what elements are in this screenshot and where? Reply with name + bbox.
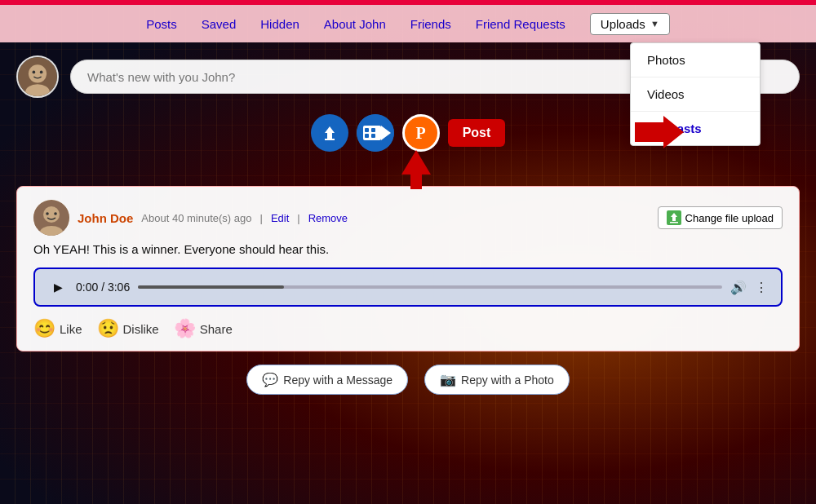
svg-point-20 <box>54 212 57 215</box>
nav-posts[interactable]: Posts <box>146 17 177 31</box>
svg-point-5 <box>40 71 43 74</box>
change-upload-label: Change file upload <box>685 212 774 224</box>
navigation: Posts Saved Hidden About John Friends Fr… <box>0 5 816 42</box>
svg-point-17 <box>43 206 60 223</box>
post-timestamp: About 40 minute(s) ago <box>141 212 251 224</box>
upload-podcast-button[interactable]: P <box>402 114 440 152</box>
audio-progress-bar[interactable] <box>138 285 722 289</box>
right-arrow-icon <box>635 116 684 148</box>
reply-message-icon: 💬 <box>262 372 278 387</box>
reply-message-label: Repy with a Message <box>283 374 392 387</box>
play-button[interactable]: ▶ <box>48 277 68 297</box>
dropdown-photos[interactable]: Photos <box>631 43 760 77</box>
svg-rect-14 <box>365 134 369 138</box>
like-label: Like <box>60 322 82 336</box>
reply-message-button[interactable]: 💬 Repy with a Message <box>246 365 408 395</box>
nav-hidden[interactable]: Hidden <box>260 17 299 31</box>
svg-rect-12 <box>365 128 369 132</box>
upload-icon <box>319 122 340 144</box>
reply-photo-button[interactable]: 📷 Repy with a Photo <box>424 365 570 395</box>
svg-rect-15 <box>371 134 375 138</box>
upload-video-button[interactable] <box>357 114 394 152</box>
arrow-podcasts <box>635 116 684 148</box>
svg-rect-10 <box>363 126 381 140</box>
chevron-down-icon: ▼ <box>650 19 659 29</box>
nav-about-john[interactable]: About John <box>324 17 386 31</box>
reply-photo-icon: 📷 <box>440 372 456 387</box>
remove-link[interactable]: Remove <box>308 212 348 224</box>
audio-player[interactable]: ▶ 0:00 / 3:06 🔊 ⋮ <box>33 267 783 307</box>
svg-rect-23 <box>670 222 678 223</box>
video-icon <box>357 114 394 152</box>
volume-button[interactable]: 🔊 <box>730 280 747 295</box>
uploads-button[interactable]: Uploads ▼ <box>590 13 670 35</box>
change-upload-button[interactable]: Change file upload <box>658 206 783 229</box>
separator: | <box>259 212 262 224</box>
nav-friend-requests[interactable]: Friend Requests <box>476 17 565 31</box>
dislike-label: Dislike <box>123 322 159 336</box>
svg-rect-13 <box>371 128 375 132</box>
svg-point-19 <box>46 212 49 215</box>
arrow-up-container <box>401 150 431 189</box>
share-emoji: 🌸 <box>174 318 196 339</box>
post-header: John Doe About 40 minute(s) ago | Edit |… <box>33 200 783 236</box>
uploads-label: Uploads <box>601 17 645 31</box>
nav-friends[interactable]: Friends <box>410 17 451 31</box>
edit-link[interactable]: Edit <box>271 212 289 224</box>
post-text: Oh YEAH! This is a winner. Everyone shou… <box>33 242 783 256</box>
share-button[interactable]: 🌸 Share <box>174 318 233 339</box>
up-arrow-stem <box>410 175 422 189</box>
nav-saved[interactable]: Saved <box>202 17 237 31</box>
svg-marker-0 <box>635 116 684 148</box>
audio-time: 0:00 / 3:06 <box>76 281 130 294</box>
audio-progress-fill <box>138 285 284 289</box>
post-user-avatar <box>33 200 69 236</box>
user-avatar <box>16 55 59 98</box>
reply-buttons: 💬 Repy with a Message 📷 Repy with a Phot… <box>16 365 800 395</box>
separator2: | <box>297 212 299 224</box>
dislike-emoji: 😟 <box>97 318 119 339</box>
reactions-bar: 😊 Like 😟 Dislike 🌸 Share <box>33 318 783 339</box>
dropdown-videos[interactable]: Videos <box>631 77 760 112</box>
share-label: Share <box>200 322 233 336</box>
svg-point-2 <box>29 64 47 82</box>
avatar-svg <box>18 55 57 98</box>
post-button[interactable]: Post <box>448 119 506 147</box>
more-options-button[interactable]: ⋮ <box>755 280 768 295</box>
svg-point-4 <box>33 71 36 74</box>
like-button[interactable]: 😊 Like <box>33 318 82 339</box>
dislike-button[interactable]: 😟 Dislike <box>97 318 159 339</box>
post-avatar-svg <box>33 200 69 236</box>
post-card: John Doe About 40 minute(s) ago | Edit |… <box>16 186 800 351</box>
up-arrow-icon <box>401 150 431 175</box>
upload-small-icon <box>667 210 681 225</box>
reply-photo-label: Repy with a Photo <box>461 374 554 387</box>
upload-file-button[interactable] <box>311 114 348 152</box>
like-emoji: 😊 <box>33 318 55 339</box>
svg-rect-8 <box>325 139 335 140</box>
post-username: John Doe <box>78 211 133 225</box>
post-user-info: John Doe About 40 minute(s) ago | Edit |… <box>78 211 650 225</box>
podcast-p-icon: P <box>416 124 426 143</box>
